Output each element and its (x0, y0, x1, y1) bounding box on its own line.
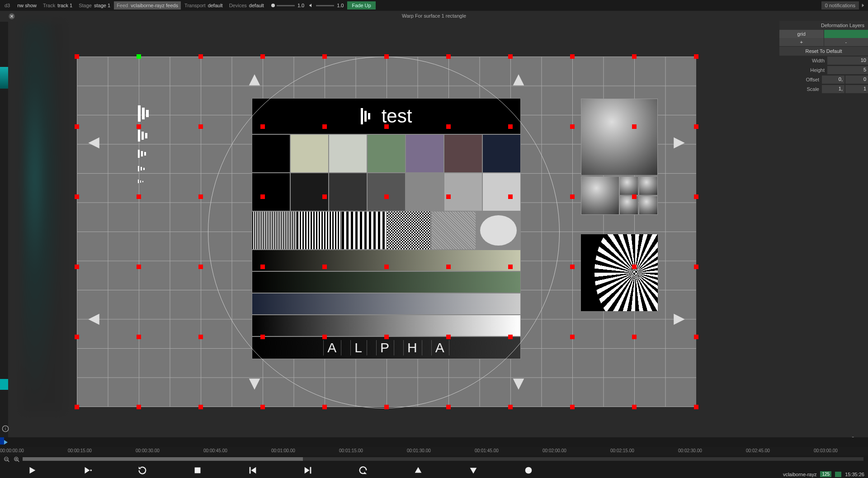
warp-control-point[interactable] (446, 124, 451, 129)
warp-control-point[interactable] (384, 194, 389, 199)
warp-control-point[interactable] (137, 335, 141, 339)
warp-control-point[interactable] (384, 405, 389, 409)
fade-up-button[interactable]: Fade Up (347, 1, 375, 9)
warp-control-point[interactable] (632, 265, 637, 269)
warp-control-point[interactable] (322, 405, 327, 409)
next-cue-button[interactable] (303, 465, 313, 475)
stop-button[interactable] (193, 465, 203, 475)
expand-right-icon[interactable] (860, 2, 866, 9)
warp-control-point[interactable] (694, 124, 698, 129)
warp-control-point[interactable] (75, 194, 79, 199)
dock-handle-1[interactable] (0, 67, 8, 89)
warp-control-point[interactable] (75, 54, 79, 59)
warp-control-point[interactable] (322, 54, 327, 59)
prev-cue-button[interactable] (248, 465, 258, 475)
playhead[interactable] (0, 437, 10, 447)
warp-control-point[interactable] (446, 265, 451, 269)
scale-y-field[interactable]: 1 (845, 85, 868, 93)
warp-control-point[interactable] (570, 54, 575, 59)
warp-control-point[interactable] (632, 405, 637, 409)
layer-active-indicator[interactable] (824, 30, 868, 38)
warp-control-point[interactable] (508, 265, 513, 269)
warp-control-point[interactable] (446, 335, 451, 339)
play-button[interactable] (27, 465, 37, 475)
warp-control-point[interactable] (508, 194, 513, 199)
warp-control-point[interactable] (260, 54, 265, 59)
play-section-button[interactable] (82, 465, 92, 475)
warp-control-point[interactable] (632, 194, 637, 199)
warp-control-point[interactable] (508, 405, 513, 409)
offset-y-field[interactable]: 0 (845, 76, 868, 84)
warp-control-point[interactable] (446, 194, 451, 199)
reset-to-default-button[interactable]: Reset To Default (779, 47, 868, 56)
warp-control-point[interactable] (75, 405, 79, 409)
warp-control-point[interactable] (322, 124, 327, 129)
zoom-in-icon[interactable] (14, 456, 20, 463)
warp-surface[interactable]: test ALPHA (77, 57, 696, 407)
warp-control-point[interactable] (198, 265, 203, 269)
fade-down-transport-button[interactable] (468, 465, 478, 475)
layer-grid-button[interactable]: grid (779, 30, 824, 38)
warp-control-point[interactable] (694, 265, 698, 269)
warp-control-point[interactable] (137, 54, 141, 59)
warp-control-point[interactable] (137, 405, 141, 409)
feed-menu[interactable]: Feed vclaiborne-rayz feeds (114, 1, 181, 9)
warp-control-point[interactable] (446, 54, 451, 59)
warp-control-point[interactable] (508, 124, 513, 129)
notifications-button[interactable]: 0 notifications (821, 1, 859, 9)
warp-control-point[interactable] (508, 335, 513, 339)
loop-button[interactable] (137, 465, 147, 475)
warp-control-point[interactable] (632, 124, 637, 129)
warp-control-point[interactable] (198, 124, 203, 129)
warp-control-point[interactable] (570, 405, 575, 409)
zoom-out-icon[interactable] (4, 456, 10, 463)
warp-control-point[interactable] (694, 194, 698, 199)
warp-control-point[interactable] (322, 194, 327, 199)
width-field[interactable]: 10 (827, 57, 868, 65)
volume-slider[interactable]: 1.0 (309, 3, 344, 8)
fade-up-transport-button[interactable] (413, 465, 423, 475)
warp-control-point[interactable] (570, 194, 575, 199)
transport-menu[interactable]: Transport default (182, 1, 226, 9)
devices-menu[interactable]: Devices default (226, 1, 267, 9)
warp-control-point[interactable] (198, 335, 203, 339)
timeline-scrollbar-thumb[interactable] (23, 457, 303, 461)
warp-control-point[interactable] (137, 194, 141, 199)
warp-control-point[interactable] (694, 54, 698, 59)
warp-control-point[interactable] (632, 54, 637, 59)
warp-control-point[interactable] (694, 405, 698, 409)
warp-control-point[interactable] (384, 265, 389, 269)
stage-menu[interactable]: Stage stage 1 (76, 1, 113, 9)
warp-control-point[interactable] (570, 335, 575, 339)
brightness-slider[interactable]: 1.0 (271, 3, 304, 8)
record-button[interactable] (524, 465, 533, 475)
warp-control-point[interactable] (322, 335, 327, 339)
warp-control-point[interactable] (632, 335, 637, 339)
layer-add-button[interactable]: + (779, 38, 824, 46)
warp-control-point[interactable] (260, 265, 265, 269)
warp-control-point[interactable] (446, 405, 451, 409)
warp-control-point[interactable] (75, 335, 79, 339)
warp-control-point[interactable] (260, 194, 265, 199)
warp-control-point[interactable] (384, 335, 389, 339)
warp-control-point[interactable] (694, 335, 698, 339)
warp-control-point[interactable] (384, 124, 389, 129)
warp-control-point[interactable] (508, 54, 513, 59)
undo-button[interactable] (358, 465, 368, 475)
layer-remove-button[interactable]: - (824, 38, 868, 46)
warp-control-point[interactable] (570, 124, 575, 129)
timeline-scrollbar[interactable] (23, 457, 863, 461)
warp-control-point[interactable] (137, 265, 141, 269)
warp-control-point[interactable] (198, 54, 203, 59)
info-icon[interactable]: i (2, 425, 9, 432)
warp-control-point[interactable] (75, 124, 79, 129)
timeline-ruler[interactable]: 00:00:00.0000:00:15.0000:00:30.0000:00:4… (0, 447, 868, 455)
offset-x-field[interactable]: 0, (822, 76, 844, 84)
warp-control-point[interactable] (384, 54, 389, 59)
height-field[interactable]: 5 (827, 66, 868, 74)
warp-control-point[interactable] (75, 265, 79, 269)
dock-handle-2[interactable] (0, 379, 8, 390)
warp-control-point[interactable] (198, 194, 203, 199)
warp-control-point[interactable] (198, 405, 203, 409)
warp-control-point[interactable] (260, 124, 265, 129)
